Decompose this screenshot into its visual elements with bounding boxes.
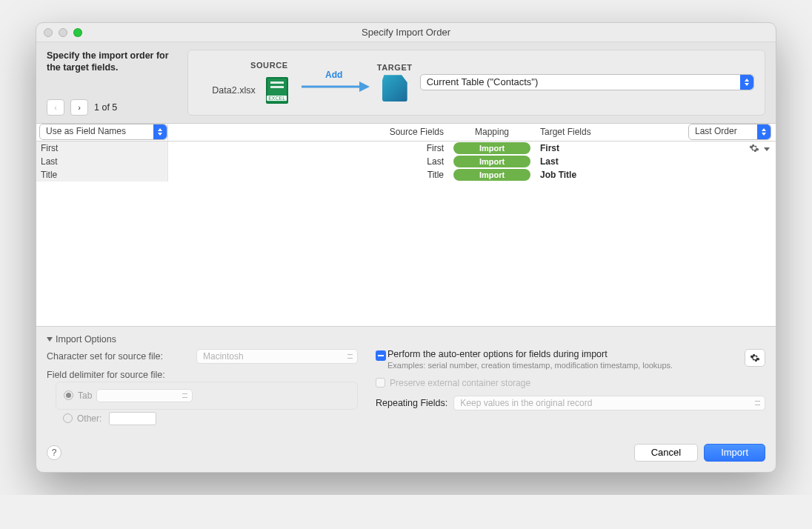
import-options-disclosure[interactable]: Import Options [47,334,765,345]
target-field[interactable]: First [533,143,688,153]
target-order-select[interactable]: Last Order [688,124,771,140]
prev-page-button[interactable]: ‹ [47,99,64,116]
first-row-usage-value: Use as Field Names [46,126,126,136]
first-row-usage-select[interactable]: Use as Field Names [39,124,167,140]
excel-icon: EXCEL [266,77,288,104]
svg-marker-1 [359,81,370,92]
repeating-fields-value: Keep values in the original record [460,398,592,408]
row-actions [688,143,776,153]
source-label: SOURCE [250,61,288,70]
import-button[interactable]: Import [704,444,765,462]
preserve-storage-checkbox [376,378,385,387]
source-file-name: Data2.xlsx [212,85,255,96]
source-stub: Last [36,155,168,168]
help-button[interactable]: ? [47,445,61,460]
mapping-pill[interactable]: Import [453,142,530,154]
mapping-row[interactable]: TitleTitleImportJob Title [36,168,776,182]
mapping-row[interactable]: LastLastImportLast [36,155,776,168]
source-field: Last [168,156,451,167]
delimiter-group: Tab [56,382,358,410]
column-target: Target Fields [533,124,688,141]
source-stub: Title [36,168,168,182]
auto-enter-examples: Examples: serial number, creation timest… [387,361,673,370]
import-options: Import Options Character set for source … [36,327,776,435]
field-mapping-grid[interactable]: FirstFirstImportFirstLastLastImportLastT… [36,142,776,327]
source-field: Title [168,170,451,180]
close-icon[interactable] [44,28,53,37]
target-field[interactable]: Job Title [533,170,688,180]
footer: ? Cancel Import [36,435,776,472]
target-label: TARGET [377,63,413,72]
auto-enter-label: Perform the auto-enter options for field… [387,349,673,359]
auto-enter-checkbox[interactable] [376,350,386,361]
delimiter-other-radio [63,413,73,423]
page-indicator: 1 of 5 [94,102,117,113]
repeating-fields-label: Repeating Fields: [376,398,447,408]
charset-label: Character set for source file: [47,351,192,362]
charset-select: Macintosh [196,349,358,364]
minimize-icon[interactable] [59,28,67,37]
mapping-pill[interactable]: Import [453,156,530,167]
gear-icon[interactable] [749,143,759,153]
column-headers: Use as Field Names Source Fields Mapping… [36,124,776,142]
mapping-row[interactable]: FirstFirstImportFirst [36,142,776,155]
arrow-icon [299,79,370,95]
delimiter-other-label: Other: [77,413,102,424]
preserve-storage-label: Preserve external container storage [390,378,530,388]
zoom-icon[interactable] [73,28,82,37]
window-title: Specify Import Order [362,27,450,38]
target-field[interactable]: Last [533,156,688,167]
chevron-down-icon[interactable] [764,143,770,153]
repeating-fields-select: Keep values in the original record [453,396,765,410]
source-field: First [168,143,451,153]
cancel-button[interactable]: Cancel [634,444,698,462]
auto-enter-settings-button[interactable] [745,349,765,367]
delimiter-other-group: Other: [56,410,358,432]
column-source: Source Fields [168,124,451,141]
import-options-label: Import Options [56,334,116,345]
target-table-value: Current Table ("Contacts") [427,76,539,87]
column-mapping: Mapping [451,124,533,141]
delimiter-tab-label: Tab [78,390,92,401]
mapping-pill[interactable]: Import [453,169,530,181]
target-order-value: Last Order [695,126,737,136]
instruction-text: Specify the import order for the target … [47,50,173,74]
charset-value: Macintosh [203,351,244,362]
dialog-window: Specify Import Order Specify the import … [36,22,776,473]
delimiter-other-input [109,412,156,425]
delimiter-label: Field delimiter for source file: [47,370,192,380]
header: Specify the import order for the target … [36,42,776,124]
source-target-panel: SOURCE Data2.xlsx EXCEL Add TARGET [187,50,765,116]
delimiter-tab-radio [64,390,73,400]
titlebar: Specify Import Order [36,23,776,42]
filemaker-icon [382,75,407,102]
target-table-select[interactable]: Current Table ("Contacts") [420,74,754,90]
source-stub: First [36,142,168,155]
next-page-button[interactable]: › [70,99,88,116]
